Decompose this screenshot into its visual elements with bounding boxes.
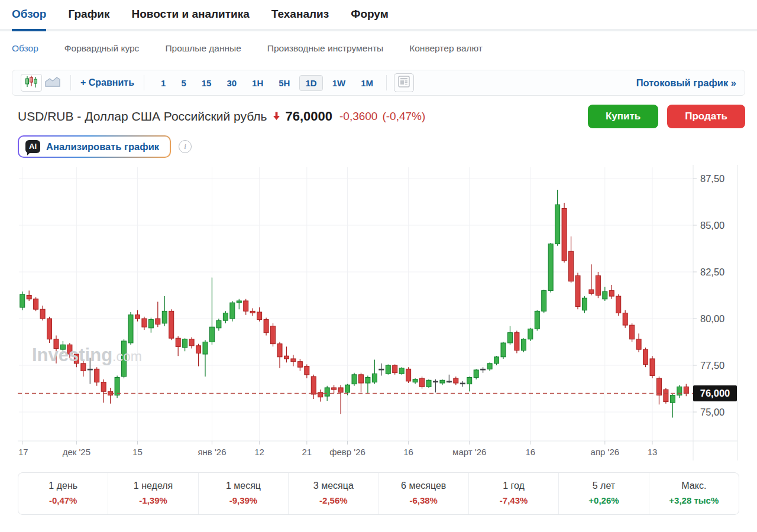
tab-technical[interactable]: Теханализ <box>271 8 329 31</box>
instrument-header: USD/RUB - Доллар США Российский рубль 76… <box>18 105 745 128</box>
svg-text:21: 21 <box>302 447 312 457</box>
price-chart[interactable]: 76,00087,5085,0082,5080,0077,5075,0017де… <box>18 165 739 463</box>
perf-value: +0,26% <box>559 495 648 505</box>
perf-cell-1-week: 1 неделя -1,39% <box>108 473 198 514</box>
ai-analyze-row: AI Анализировать график i <box>18 135 745 158</box>
sub-navigation: Обзор Форвардный курс Прошлые данные Про… <box>0 31 757 66</box>
perf-cell-1-day: 1 день -0,47% <box>18 473 108 514</box>
instrument-title: USD/RUB - Доллар США Российский рубль <box>18 109 267 124</box>
perf-value: -7,43% <box>469 495 558 505</box>
subnav-derivatives[interactable]: Производные инструменты <box>267 43 383 54</box>
perf-label: Макс. <box>649 481 739 491</box>
interval-5h[interactable]: 5H <box>273 75 296 91</box>
perf-label: 1 год <box>469 481 558 491</box>
perf-value: -0,47% <box>18 495 108 505</box>
performance-table: 1 день -0,47% 1 неделя -1,39% 1 месяц -9… <box>18 472 739 515</box>
interval-5[interactable]: 5 <box>175 75 192 91</box>
price-change-percent: (-0,47%) <box>382 110 425 123</box>
buy-button[interactable]: Купить <box>588 105 658 128</box>
svg-text:80,00: 80,00 <box>700 313 724 324</box>
perf-cell-1-month: 1 месяц -9,39% <box>198 473 288 514</box>
candlestick-icon <box>25 75 38 90</box>
svg-text:янв '26: янв '26 <box>198 447 226 457</box>
perf-value: -2,56% <box>289 495 378 505</box>
candlestick-chart-button[interactable] <box>21 74 42 92</box>
subnav-overview[interactable]: Обзор <box>12 43 38 54</box>
interval-buttons: 1 5 15 30 1H 5H 1D 1W 1M <box>155 75 379 91</box>
news-panel-button[interactable] <box>394 73 414 92</box>
interval-1m[interactable]: 1M <box>355 75 379 91</box>
interval-1w[interactable]: 1W <box>326 75 352 91</box>
perf-value: -9,39% <box>199 495 288 505</box>
area-chart-icon <box>45 76 60 90</box>
svg-text:апр '26: апр '26 <box>591 447 620 457</box>
compare-button[interactable]: + Сравнить <box>78 77 137 88</box>
news-panel-icon <box>398 76 410 90</box>
price-down-arrow-icon <box>273 112 280 123</box>
perf-cell-3-months: 3 месяца -2,56% <box>288 473 378 514</box>
svg-text:75,00: 75,00 <box>700 407 724 417</box>
perf-label: 1 месяц <box>199 481 288 491</box>
svg-text:март '26: март '26 <box>452 447 486 457</box>
toolbar-separator <box>70 75 71 90</box>
svg-text:февр '26: февр '26 <box>329 447 365 457</box>
svg-text:76,000: 76,000 <box>700 388 730 398</box>
svg-text:17: 17 <box>18 447 28 457</box>
perf-cell-6-months: 6 месяцев -6,38% <box>378 473 468 514</box>
tab-chart[interactable]: График <box>68 8 109 31</box>
ai-badge-icon: AI <box>25 140 40 153</box>
ai-analyze-button[interactable]: AI Анализировать график <box>18 135 171 158</box>
interval-1d[interactable]: 1D <box>299 75 322 91</box>
perf-label: 3 месяца <box>289 481 378 491</box>
perf-cell-1-year: 1 год -7,43% <box>468 473 558 514</box>
toolbar-separator <box>386 75 387 90</box>
interval-1[interactable]: 1 <box>155 75 172 91</box>
price-chart-svg: 76,00087,5085,0082,5080,0077,5075,0017де… <box>18 165 739 463</box>
svg-text:дек '25: дек '25 <box>63 447 90 457</box>
svg-text:85,00: 85,00 <box>700 220 724 231</box>
chart-toolbar: + Сравнить 1 5 15 30 1H 5H 1D 1W 1M Пото… <box>12 70 745 96</box>
svg-text:16: 16 <box>403 447 413 457</box>
svg-text:15: 15 <box>132 447 143 457</box>
area-chart-button[interactable] <box>42 74 63 92</box>
price-change: -0,3600 <box>339 110 377 123</box>
svg-text:82,50: 82,50 <box>700 267 724 277</box>
interval-15[interactable]: 15 <box>196 75 218 91</box>
interval-30[interactable]: 30 <box>221 75 242 91</box>
ai-analyze-label: Анализировать график <box>46 141 159 153</box>
info-icon[interactable]: i <box>179 140 192 153</box>
svg-text:13: 13 <box>648 447 658 457</box>
tab-forum[interactable]: Форум <box>351 8 389 31</box>
sell-button[interactable]: Продать <box>667 105 745 128</box>
perf-value: -6,38% <box>379 495 468 505</box>
subnav-historical-data[interactable]: Прошлые данные <box>165 43 241 54</box>
toolbar-separator <box>144 75 144 90</box>
perf-cell-max: Макс. +3,28 тыс% <box>649 473 739 514</box>
svg-text:12: 12 <box>254 447 264 457</box>
tab-news-analytics[interactable]: Новости и аналитика <box>132 8 250 31</box>
subnav-currency-converter[interactable]: Конвертер валют <box>409 43 483 54</box>
svg-text:77,50: 77,50 <box>700 360 724 371</box>
perf-value: +3,28 тыс% <box>649 495 739 505</box>
last-price: 76,0000 <box>285 109 332 124</box>
subnav-forward-rates[interactable]: Форвардный курс <box>64 43 140 54</box>
streaming-chart-link[interactable]: Потоковый график » <box>636 77 736 89</box>
svg-text:87,50: 87,50 <box>700 173 724 184</box>
svg-text:16: 16 <box>525 447 535 457</box>
perf-label: 1 неделя <box>108 481 198 491</box>
perf-value: -1,39% <box>108 495 198 505</box>
tab-overview[interactable]: Обзор <box>12 8 46 31</box>
top-navigation: Обзор График Новости и аналитика Теханал… <box>0 0 757 31</box>
interval-1h[interactable]: 1H <box>246 75 269 91</box>
perf-label: 5 лет <box>559 481 648 491</box>
perf-cell-5-years: 5 лет +0,26% <box>558 473 648 514</box>
perf-label: 6 месяцев <box>379 481 468 491</box>
perf-label: 1 день <box>18 481 108 491</box>
